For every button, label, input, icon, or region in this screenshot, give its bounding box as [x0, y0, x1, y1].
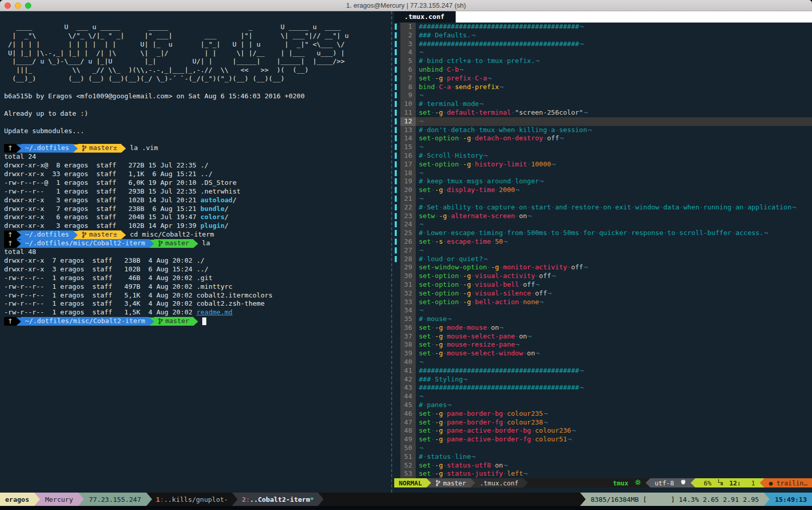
window-title: 1. eragos@Mercury | 77.23.155.247 (sh) [0, 0, 812, 11]
gitgutter-sign [394, 375, 400, 384]
vim-line: 47set·-g·pane-border-fg·colour238¬ [394, 418, 812, 427]
statusline-col: 1 [743, 479, 755, 487]
vim-token: mouse-resize-pane [447, 341, 515, 348]
shell-output-line [4, 83, 390, 92]
whitespace-dot: · [423, 315, 427, 323]
vim-line: 52set·-g·status-utf8·on¬ [394, 461, 812, 470]
vim-line-text: ¬ [416, 246, 812, 255]
vim-line: 1#######################################… [394, 23, 812, 31]
gitgutter-sign [394, 74, 400, 83]
gitgutter-changed-icon [395, 247, 397, 253]
vim-token: -g [435, 418, 443, 426]
powerline-arrow-icon [34, 493, 40, 506]
vim-line-text: #·keep·tmux·msgs·around·longer¬ [416, 177, 812, 186]
apple-icon-wrap [680, 479, 686, 487]
whitespace-dot: · [595, 229, 599, 237]
whitespace-dot: · [515, 332, 519, 340]
vim-token: -g [435, 461, 443, 469]
whitespace-dot: · [699, 203, 703, 211]
whitespace-dot: · [531, 435, 535, 443]
eol-marker: ¬ [539, 177, 544, 185]
whitespace-dot: · [547, 229, 551, 237]
gitgutter-sign [394, 410, 400, 418]
vim-line-number: 35 [400, 315, 416, 324]
powerline-arrow-icon [16, 144, 21, 153]
gitgutter-sign [394, 186, 400, 195]
vim-line-text: unbind·C-b¬ [416, 66, 812, 74]
vim-line-text: set·-g·mouse-resize-pane¬ [416, 341, 812, 349]
vim-line: 48set·-g·pane-active-border-bg·colour236… [394, 427, 812, 435]
shell-output-line: total 24 [4, 153, 390, 161]
eol-marker: ¬ [419, 169, 423, 177]
vim-token: set-option [419, 281, 459, 288]
gitgutter-sign [394, 435, 400, 444]
vim-line-text: set-option·-g·history-limit·10000¬ [416, 160, 812, 169]
vim-token: bind [419, 83, 435, 91]
vim-line-number: 12 [400, 117, 416, 126]
window-footer [0, 506, 812, 510]
vim-buffer[interactable]: 1#######################################… [394, 23, 812, 478]
vim-line-text: set·-g·status-utf8·on¬ [416, 461, 812, 470]
eol-marker: ¬ [535, 281, 540, 288]
vim-line-text: ########################################… [416, 384, 812, 392]
vim-line-number: 9 [400, 91, 416, 100]
vim-token: -g [463, 160, 471, 168]
shell-prompt: †~/.dotfilesmaster±cd misc/Cobalt2-iterm [4, 230, 390, 239]
vim-line-text: set·-g·mode-mouse·on¬ [416, 324, 812, 332]
whitespace-dot: · [443, 461, 447, 469]
tmux-window-current[interactable]: 2:..Cobalt2-iterm* [238, 493, 318, 506]
gitgutter-sign [394, 272, 400, 281]
gitgutter-sign [394, 289, 400, 298]
vim-line-text: set-option·-g·visual-silence·off¬ [416, 289, 812, 298]
eol-marker: ¬ [535, 349, 540, 357]
whitespace-dot: · [559, 229, 563, 237]
gitgutter-changed-icon [395, 178, 397, 184]
ascii-art-line: | _"\ \/"_ \/|_ " _| |" ___| ___ |"| \| … [4, 32, 390, 40]
close-button[interactable] [5, 3, 11, 9]
ls-row-meta: drwxr-xr-x@ 8 eragos staff 272B 15 Jul 2… [4, 161, 201, 169]
vim-token: unbind [419, 66, 443, 73]
gitgutter-changed-icon [395, 135, 397, 141]
tmux-window[interactable]: 1:..kills/gnuplot- [152, 493, 232, 506]
shell-output-line [4, 14, 390, 23]
vim-token: on [491, 324, 499, 331]
ls-row-meta: drwxr-xr-x 7 eragos staff 238B 4 Aug 20:… [4, 257, 197, 264]
vim-line-number: 22 [400, 203, 416, 212]
vim-line: 28#·loud·or·quiet?¬ [394, 255, 812, 264]
whitespace-dot: · [523, 229, 527, 237]
minimize-button[interactable] [15, 3, 21, 9]
ls-dir-slash: / [232, 196, 237, 204]
ls-row-name[interactable]: readme.md [197, 308, 232, 316]
vim-token: set [419, 427, 431, 434]
vim-token: 10000 [531, 160, 551, 168]
vim-line-number: 13 [400, 126, 416, 135]
eol-marker: ¬ [503, 461, 507, 469]
shell-pane[interactable]: ____ U ___ u _____ _____ _ U _____ u ___… [0, 11, 390, 493]
titlebar[interactable]: 1. eragos@Mercury | 77.23.155.247 (sh) [0, 0, 812, 11]
apple-icon [680, 479, 686, 485]
vim-line: 49set·-g·pane-active-border-fg·colour51¬ [394, 435, 812, 444]
gitgutter-sign [394, 306, 400, 315]
vim-token: status-utf8 [447, 461, 491, 469]
vim-tab-active[interactable]: .tmux.conf [394, 11, 456, 23]
whitespace-dot: · [459, 100, 463, 108]
ls-row-name: autoload [201, 196, 233, 204]
gear-icon-wrap [635, 479, 641, 487]
vim-line-number: 5 [400, 57, 416, 66]
vim-line-text: #·terminal·mode¬ [416, 100, 812, 109]
pane-divider[interactable] [391, 11, 392, 493]
vim-line-number: 42 [400, 375, 416, 384]
vim-line: 17set-option·-g·history-limit·10000¬ [394, 160, 812, 169]
zoom-button[interactable] [25, 3, 31, 9]
git-branch-icon [82, 145, 87, 152]
eol-marker: ¬ [447, 401, 452, 409]
ls-dir-slash: / [224, 213, 228, 221]
vim-line: 40¬ [394, 358, 812, 367]
vim-line-number: 28 [400, 255, 416, 264]
vim-token: pane-active-border-bg [447, 427, 531, 434]
gitgutter-changed-icon [395, 110, 397, 116]
gitgutter-changed-icon [395, 239, 397, 245]
whitespace-dot: · [475, 126, 479, 134]
vim-token: set-option [419, 298, 459, 306]
vim-pane[interactable]: .tmux.conf 1############################… [394, 11, 812, 493]
